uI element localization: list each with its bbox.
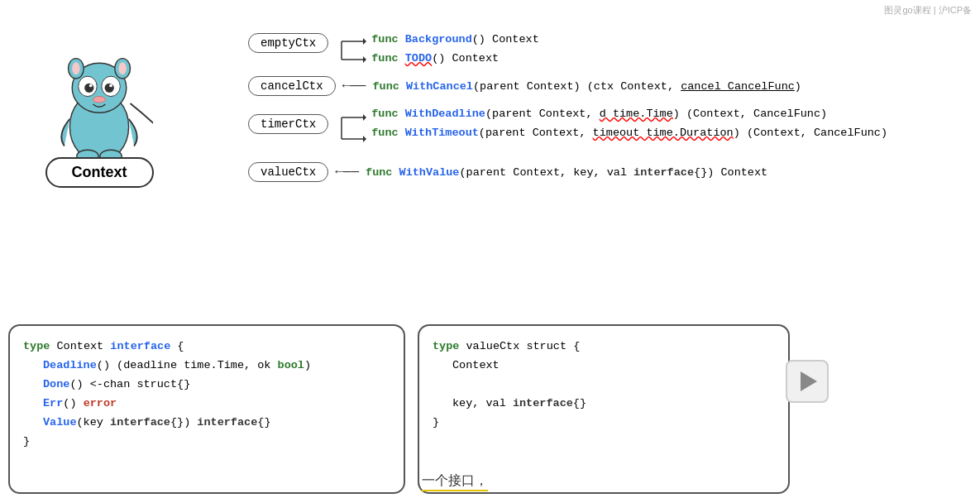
svg-marker-19 bbox=[363, 56, 366, 63]
valuectx-box: valueCtx bbox=[248, 162, 328, 182]
func-todo: func TODO() Context bbox=[371, 52, 539, 65]
row-emptyctx: emptyCtx func Background( bbox=[248, 33, 963, 69]
gopher-mascot bbox=[45, 41, 153, 165]
emptyctx-box: emptyCtx bbox=[248, 33, 328, 53]
line-context-embed: Context bbox=[452, 357, 775, 376]
arrow-value: ←—— bbox=[335, 165, 359, 180]
svg-point-9 bbox=[105, 84, 114, 93]
func-withcancel: func WithCancel(parent Context) (ctx Con… bbox=[372, 80, 801, 93]
svg-point-11 bbox=[109, 84, 112, 88]
panel-valuectx-struct: type valueCtx struct { Context key, val … bbox=[418, 324, 790, 494]
fork-arrow-empty bbox=[333, 33, 366, 69]
svg-marker-18 bbox=[363, 38, 366, 45]
fork-arrow-timer bbox=[333, 108, 366, 151]
timer-funcs: func WithDeadline(parent Context, d time… bbox=[371, 108, 887, 139]
func-withvalue: func WithValue(parent Context, key, val … bbox=[366, 166, 767, 179]
bottom-subtitle: 一个接口， bbox=[422, 472, 488, 491]
func-withdeadline: func WithDeadline(parent Context, d time… bbox=[371, 108, 887, 120]
svg-point-5 bbox=[118, 62, 126, 74]
row-timerctx: timerCtx func WithDeadline(parent Contex… bbox=[248, 108, 963, 151]
bottom-area: type Context interface { Deadline() (dea… bbox=[0, 316, 980, 498]
diagram-area: emptyCtx func Background( bbox=[248, 33, 963, 194]
row-cancelctx: cancelCtx ←—— func WithCancel(parent Con… bbox=[248, 76, 963, 96]
line-struct-close: } bbox=[433, 414, 775, 433]
line-type-header: type Context interface { bbox=[23, 338, 390, 357]
line-key-val: key, val interface{} bbox=[452, 395, 775, 414]
cancelctx-box: cancelCtx bbox=[248, 76, 336, 96]
svg-point-8 bbox=[84, 84, 93, 93]
svg-point-12 bbox=[93, 97, 106, 103]
svg-marker-24 bbox=[363, 136, 366, 142]
svg-point-10 bbox=[89, 84, 93, 88]
panel-context-interface: type Context interface { Deadline() (dea… bbox=[8, 324, 405, 494]
line-err: Err() error bbox=[43, 395, 390, 414]
top-area: Context emptyCtx bbox=[0, 0, 980, 281]
line-done: Done() <-chan struct{} bbox=[43, 376, 390, 395]
svg-marker-23 bbox=[363, 114, 366, 121]
empty-funcs: func Background() Context func TODO() Co… bbox=[371, 33, 539, 65]
play-icon bbox=[801, 371, 817, 391]
gopher-section: Context bbox=[17, 41, 182, 188]
line-value: Value(key interface{}) interface{} bbox=[43, 414, 390, 433]
func-withtimeout: func WithTimeout(parent Context, timeout… bbox=[371, 127, 887, 139]
svg-point-4 bbox=[72, 62, 79, 74]
timerctx-box: timerCtx bbox=[248, 114, 328, 134]
line-close-brace: } bbox=[23, 433, 390, 452]
line-deadline: Deadline() (deadline time.Time, ok bool) bbox=[43, 357, 390, 376]
func-background: func Background() Context bbox=[371, 33, 539, 45]
context-label: Context bbox=[45, 157, 154, 188]
row-valuectx: valueCtx ←—— func WithValue(parent Conte… bbox=[248, 162, 963, 182]
play-button[interactable] bbox=[786, 360, 829, 403]
line-blank bbox=[433, 376, 775, 395]
arrow-cancel: ←—— bbox=[342, 79, 366, 93]
line-struct-header: type valueCtx struct { bbox=[433, 338, 775, 357]
